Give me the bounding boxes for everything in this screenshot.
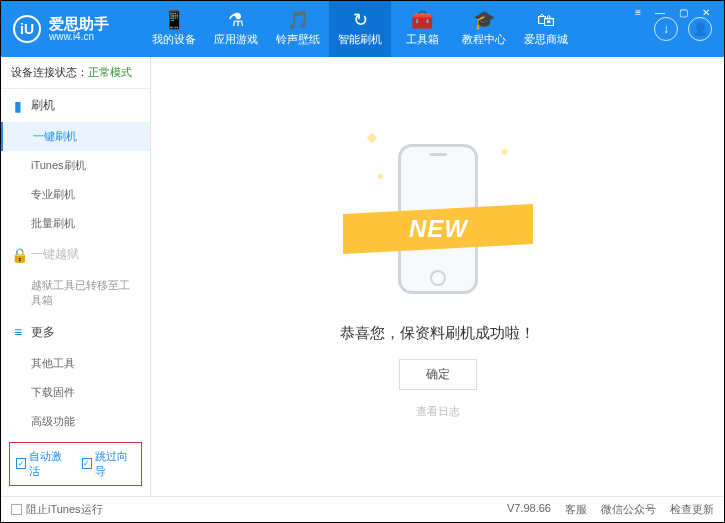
more-icon: ≡ bbox=[11, 324, 25, 340]
chk-block-itunes[interactable]: 阻止iTunes运行 bbox=[11, 502, 103, 517]
nav-apps[interactable]: ⚗应用游戏 bbox=[205, 1, 267, 57]
cat-jailbreak[interactable]: 🔒一键越狱 bbox=[1, 238, 150, 271]
chk-auto-activate[interactable]: ✓自动激活 bbox=[16, 449, 70, 479]
ok-button[interactable]: 确定 bbox=[399, 359, 477, 390]
view-log-link[interactable]: 查看日志 bbox=[416, 404, 460, 419]
main-nav: 📱我的设备 ⚗应用游戏 🎵铃声壁纸 ↻智能刷机 🧰工具箱 🎓教程中心 🛍爱思商城 bbox=[143, 1, 577, 57]
app-name: 爱思助手 bbox=[49, 16, 109, 31]
options-box: ✓自动激活 ✓跳过向导 bbox=[9, 442, 142, 486]
new-ribbon: NEW bbox=[408, 215, 467, 243]
cat-flash[interactable]: ▮刷机 bbox=[1, 89, 150, 122]
minimize-icon[interactable]: — bbox=[651, 5, 669, 20]
main-content: NEW 恭喜您，保资料刷机成功啦！ 确定 查看日志 bbox=[151, 57, 724, 496]
statusbar: 阻止iTunes运行 V7.98.66 客服 微信公众号 检查更新 bbox=[1, 496, 724, 522]
nav-tutorials[interactable]: 🎓教程中心 bbox=[453, 1, 515, 57]
device-icon: 📱 bbox=[163, 11, 185, 29]
success-illustration: NEW bbox=[353, 114, 523, 304]
cat-more[interactable]: ≡更多 bbox=[1, 316, 150, 349]
logo: iU 爱思助手 www.i4.cn bbox=[13, 15, 143, 43]
sub-advanced[interactable]: 高级功能 bbox=[1, 407, 150, 436]
success-message: 恭喜您，保资料刷机成功啦！ bbox=[340, 324, 535, 343]
nav-store[interactable]: 🛍爱思商城 bbox=[515, 1, 577, 57]
link-check-update[interactable]: 检查更新 bbox=[670, 502, 714, 517]
version-label: V7.98.66 bbox=[507, 502, 551, 517]
user-icon[interactable]: 👤 bbox=[688, 17, 712, 41]
tutorial-icon: 🎓 bbox=[473, 11, 495, 29]
lock-icon: 🔒 bbox=[11, 247, 25, 263]
chk-skip-wizard[interactable]: ✓跳过向导 bbox=[82, 449, 136, 479]
phone-icon: ▮ bbox=[11, 98, 25, 114]
flash-icon: ↻ bbox=[353, 11, 368, 29]
sub-itunes-flash[interactable]: iTunes刷机 bbox=[1, 151, 150, 180]
sub-batch-flash[interactable]: 批量刷机 bbox=[1, 209, 150, 238]
menu-icon[interactable]: ≡ bbox=[631, 5, 645, 20]
link-wechat[interactable]: 微信公众号 bbox=[601, 502, 656, 517]
connection-status: 设备连接状态：正常模式 bbox=[1, 57, 150, 89]
nav-ringtones[interactable]: 🎵铃声壁纸 bbox=[267, 1, 329, 57]
download-icon[interactable]: ↓ bbox=[654, 17, 678, 41]
store-icon: 🛍 bbox=[537, 11, 555, 29]
apps-icon: ⚗ bbox=[228, 11, 244, 29]
nav-my-device[interactable]: 📱我的设备 bbox=[143, 1, 205, 57]
app-url: www.i4.cn bbox=[49, 31, 109, 42]
close-icon[interactable]: ✕ bbox=[698, 5, 714, 20]
toolbox-icon: 🧰 bbox=[411, 11, 433, 29]
sub-download-firmware[interactable]: 下载固件 bbox=[1, 378, 150, 407]
link-support[interactable]: 客服 bbox=[565, 502, 587, 517]
logo-icon: iU bbox=[13, 15, 41, 43]
maximize-icon[interactable]: ▢ bbox=[675, 5, 692, 20]
jailbreak-note: 越狱工具已转移至工具箱 bbox=[1, 271, 150, 316]
sidebar: 设备连接状态：正常模式 ▮刷机 一键刷机 iTunes刷机 专业刷机 批量刷机 … bbox=[1, 57, 151, 496]
titlebar: iU 爱思助手 www.i4.cn 📱我的设备 ⚗应用游戏 🎵铃声壁纸 ↻智能刷… bbox=[1, 1, 724, 57]
ringtone-icon: 🎵 bbox=[287, 11, 309, 29]
nav-flash[interactable]: ↻智能刷机 bbox=[329, 1, 391, 57]
sub-oneclick-flash[interactable]: 一键刷机 bbox=[1, 122, 150, 151]
nav-toolbox[interactable]: 🧰工具箱 bbox=[391, 1, 453, 57]
sub-other-tools[interactable]: 其他工具 bbox=[1, 349, 150, 378]
sub-pro-flash[interactable]: 专业刷机 bbox=[1, 180, 150, 209]
